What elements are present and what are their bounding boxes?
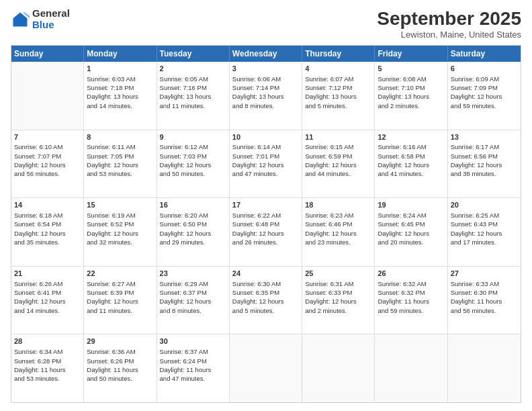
day-number: 18	[305, 200, 371, 210]
cell-info: Sunrise: 6:34 AM Sunset: 6:28 PM Dayligh…	[14, 347, 81, 383]
title-block: September 2025 Lewiston, Maine, United S…	[377, 8, 521, 40]
calendar-cell: 7Sunrise: 6:10 AM Sunset: 7:07 PM Daylig…	[11, 130, 84, 198]
day-number: 6	[451, 64, 518, 74]
day-number: 16	[160, 200, 226, 210]
logo-icon	[11, 10, 30, 29]
cell-info: Sunrise: 6:37 AM Sunset: 6:24 PM Dayligh…	[160, 347, 226, 383]
calendar-cell: 4Sunrise: 6:07 AM Sunset: 7:12 PM Daylig…	[302, 62, 375, 130]
cell-info: Sunrise: 6:11 AM Sunset: 7:05 PM Dayligh…	[87, 142, 153, 178]
cell-info: Sunrise: 6:15 AM Sunset: 6:59 PM Dayligh…	[305, 142, 371, 178]
cell-info: Sunrise: 6:25 AM Sunset: 6:43 PM Dayligh…	[451, 211, 518, 246]
calendar-header-row: SundayMondayTuesdayWednesdayThursdayFrid…	[11, 46, 521, 62]
day-number: 20	[451, 200, 518, 210]
cell-info: Sunrise: 6:08 AM Sunset: 7:10 PM Dayligh…	[378, 75, 444, 110]
cell-info: Sunrise: 6:31 AM Sunset: 6:33 PM Dayligh…	[305, 279, 371, 315]
cell-info: Sunrise: 6:24 AM Sunset: 6:45 PM Dayligh…	[378, 211, 444, 246]
calendar-header-day: Thursday	[302, 46, 375, 62]
calendar-cell: 10Sunrise: 6:14 AM Sunset: 7:01 PM Dayli…	[230, 130, 302, 198]
day-number: 13	[451, 132, 518, 142]
cell-info: Sunrise: 6:09 AM Sunset: 7:09 PM Dayligh…	[451, 75, 518, 110]
day-number: 27	[451, 269, 518, 279]
calendar-title: September 2025	[377, 8, 521, 30]
cell-info: Sunrise: 6:33 AM Sunset: 6:30 PM Dayligh…	[451, 279, 518, 315]
header: General Blue September 2025 Lewiston, Ma…	[11, 8, 521, 40]
cell-info: Sunrise: 6:10 AM Sunset: 7:07 PM Dayligh…	[14, 142, 81, 178]
calendar-header-day: Saturday	[448, 46, 521, 62]
cell-info: Sunrise: 6:20 AM Sunset: 6:50 PM Dayligh…	[160, 211, 226, 246]
calendar-cell: 19Sunrise: 6:24 AM Sunset: 6:45 PM Dayli…	[375, 198, 447, 266]
calendar-header-day: Friday	[375, 46, 447, 62]
cell-info: Sunrise: 6:14 AM Sunset: 7:01 PM Dayligh…	[232, 142, 299, 178]
cell-info: Sunrise: 6:26 AM Sunset: 6:41 PM Dayligh…	[14, 279, 81, 315]
cell-info: Sunrise: 6:16 AM Sunset: 6:58 PM Dayligh…	[378, 142, 444, 178]
day-number: 1	[87, 64, 153, 74]
calendar-cell: 15Sunrise: 6:19 AM Sunset: 6:52 PM Dayli…	[84, 198, 157, 266]
day-number: 15	[87, 200, 153, 210]
calendar-cell: 9Sunrise: 6:12 AM Sunset: 7:03 PM Daylig…	[157, 130, 230, 198]
day-number: 21	[14, 269, 81, 279]
cell-info: Sunrise: 6:18 AM Sunset: 6:54 PM Dayligh…	[14, 211, 81, 246]
calendar-cell: 2Sunrise: 6:05 AM Sunset: 7:16 PM Daylig…	[157, 62, 230, 130]
logo-general-label: General	[32, 8, 70, 19]
calendar-cell: 21Sunrise: 6:26 AM Sunset: 6:41 PM Dayli…	[11, 267, 84, 334]
calendar-cell: 14Sunrise: 6:18 AM Sunset: 6:54 PM Dayli…	[11, 198, 84, 266]
cell-info: Sunrise: 6:19 AM Sunset: 6:52 PM Dayligh…	[87, 211, 153, 246]
calendar-cell: 8Sunrise: 6:11 AM Sunset: 7:05 PM Daylig…	[84, 130, 157, 198]
calendar-cell: 26Sunrise: 6:32 AM Sunset: 6:32 PM Dayli…	[375, 267, 447, 334]
day-number: 30	[160, 336, 226, 347]
calendar-cell: 6Sunrise: 6:09 AM Sunset: 7:09 PM Daylig…	[448, 62, 521, 130]
calendar-week-row: 14Sunrise: 6:18 AM Sunset: 6:54 PM Dayli…	[11, 197, 521, 266]
logo-text: General Blue	[32, 8, 70, 30]
calendar: SundayMondayTuesdayWednesdayThursdayFrid…	[11, 45, 521, 403]
calendar-week-row: 7Sunrise: 6:10 AM Sunset: 7:07 PM Daylig…	[11, 130, 521, 198]
day-number: 26	[378, 269, 444, 279]
cell-info: Sunrise: 6:05 AM Sunset: 7:16 PM Dayligh…	[160, 75, 226, 110]
calendar-week-row: 28Sunrise: 6:34 AM Sunset: 6:28 PM Dayli…	[11, 334, 521, 402]
calendar-cell: 11Sunrise: 6:15 AM Sunset: 6:59 PM Dayli…	[302, 130, 375, 198]
day-number: 3	[232, 64, 299, 74]
cell-info: Sunrise: 6:29 AM Sunset: 6:37 PM Dayligh…	[160, 279, 226, 315]
calendar-cell: 5Sunrise: 6:08 AM Sunset: 7:10 PM Daylig…	[375, 62, 447, 130]
day-number: 14	[14, 200, 81, 210]
cell-info: Sunrise: 6:07 AM Sunset: 7:12 PM Dayligh…	[305, 75, 371, 110]
calendar-cell: 23Sunrise: 6:29 AM Sunset: 6:37 PM Dayli…	[157, 267, 230, 334]
day-number: 10	[232, 132, 299, 142]
cell-info: Sunrise: 6:22 AM Sunset: 6:48 PM Dayligh…	[232, 211, 299, 246]
day-number: 24	[232, 269, 299, 279]
cell-info: Sunrise: 6:32 AM Sunset: 6:32 PM Dayligh…	[378, 279, 444, 315]
calendar-cell: 25Sunrise: 6:31 AM Sunset: 6:33 PM Dayli…	[302, 267, 375, 334]
calendar-cell	[448, 334, 521, 402]
calendar-body: 1Sunrise: 6:03 AM Sunset: 7:18 PM Daylig…	[11, 62, 521, 402]
calendar-cell: 28Sunrise: 6:34 AM Sunset: 6:28 PM Dayli…	[11, 334, 84, 402]
calendar-cell: 30Sunrise: 6:37 AM Sunset: 6:24 PM Dayli…	[157, 334, 230, 402]
calendar-cell: 13Sunrise: 6:17 AM Sunset: 6:56 PM Dayli…	[448, 130, 521, 198]
cell-info: Sunrise: 6:17 AM Sunset: 6:56 PM Dayligh…	[451, 142, 518, 178]
calendar-cell: 20Sunrise: 6:25 AM Sunset: 6:43 PM Dayli…	[448, 198, 521, 266]
day-number: 25	[305, 269, 371, 279]
calendar-header-day: Wednesday	[230, 46, 302, 62]
cell-info: Sunrise: 6:06 AM Sunset: 7:14 PM Dayligh…	[232, 75, 299, 110]
calendar-cell: 3Sunrise: 6:06 AM Sunset: 7:14 PM Daylig…	[230, 62, 302, 130]
calendar-cell: 22Sunrise: 6:27 AM Sunset: 6:39 PM Dayli…	[84, 267, 157, 334]
calendar-cell	[230, 334, 302, 402]
day-number: 8	[87, 132, 153, 142]
cell-info: Sunrise: 6:30 AM Sunset: 6:35 PM Dayligh…	[232, 279, 299, 315]
calendar-cell: 29Sunrise: 6:36 AM Sunset: 6:26 PM Dayli…	[84, 334, 157, 402]
calendar-cell	[11, 62, 84, 130]
day-number: 29	[87, 336, 153, 347]
calendar-cell: 16Sunrise: 6:20 AM Sunset: 6:50 PM Dayli…	[157, 198, 230, 266]
calendar-cell: 18Sunrise: 6:23 AM Sunset: 6:46 PM Dayli…	[302, 198, 375, 266]
calendar-header-day: Monday	[84, 46, 157, 62]
page: General Blue September 2025 Lewiston, Ma…	[0, 0, 532, 411]
calendar-cell: 1Sunrise: 6:03 AM Sunset: 7:18 PM Daylig…	[84, 62, 157, 130]
day-number: 17	[232, 200, 299, 210]
cell-info: Sunrise: 6:03 AM Sunset: 7:18 PM Dayligh…	[87, 75, 153, 110]
logo-blue-label: Blue	[32, 19, 70, 31]
day-number: 2	[160, 64, 226, 74]
calendar-cell: 12Sunrise: 6:16 AM Sunset: 6:58 PM Dayli…	[375, 130, 447, 198]
cell-info: Sunrise: 6:36 AM Sunset: 6:26 PM Dayligh…	[87, 347, 153, 383]
cell-info: Sunrise: 6:27 AM Sunset: 6:39 PM Dayligh…	[87, 279, 153, 315]
calendar-cell	[302, 334, 375, 402]
calendar-cell: 17Sunrise: 6:22 AM Sunset: 6:48 PM Dayli…	[230, 198, 302, 266]
calendar-header-day: Sunday	[11, 46, 84, 62]
